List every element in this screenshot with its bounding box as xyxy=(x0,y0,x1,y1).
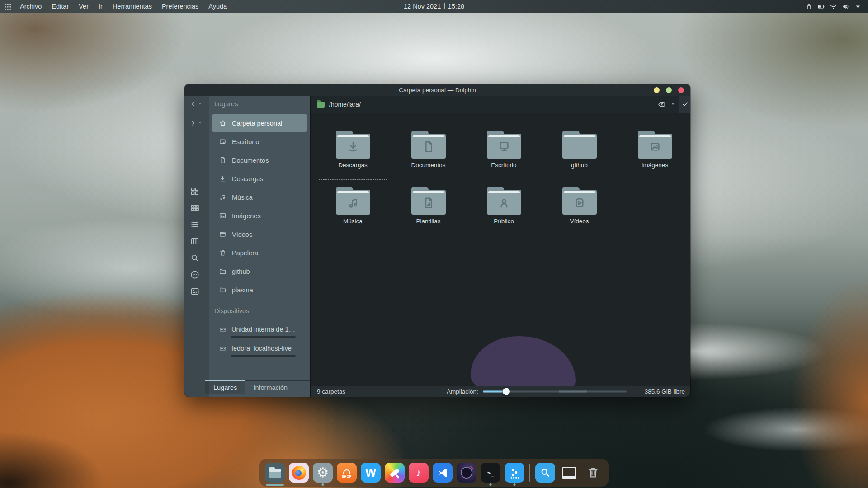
folder-item-imagenes[interactable]: Imágenes xyxy=(621,124,689,180)
dock-firefox[interactable] xyxy=(289,463,309,483)
sidebar-item-imagenes[interactable]: Imágenes xyxy=(212,206,307,225)
folder-item-github[interactable]: github xyxy=(545,124,614,180)
window-titlebar[interactable]: Carpeta personal — Dolphin xyxy=(184,84,690,96)
sidebar-item-escritorio[interactable]: Escritorio xyxy=(212,132,307,151)
place-label: Papelera xyxy=(232,249,258,257)
dock-terminal[interactable]: >_ xyxy=(481,463,500,483)
home-icon xyxy=(219,119,226,127)
dock-music-player[interactable]: ♪ xyxy=(409,463,429,483)
dock-theme-tool[interactable] xyxy=(385,463,405,483)
main-panel: /home/lara/ DescargasDocumentosEscritori… xyxy=(310,96,690,397)
folder-item-musica[interactable]: Música xyxy=(319,180,387,236)
path-folder-icon xyxy=(317,102,325,108)
folder-icon xyxy=(638,131,672,159)
caret-down-icon xyxy=(198,102,202,106)
place-label: Escritorio xyxy=(232,138,259,145)
tab-lugares[interactable]: Lugares xyxy=(205,381,245,394)
folder-label: Imágenes xyxy=(640,161,670,169)
path-dropdown-icon[interactable] xyxy=(670,102,675,107)
battery-horizontal-icon[interactable] xyxy=(817,3,825,10)
wps-office-icon: W xyxy=(361,463,381,483)
path-bar[interactable]: /home/lara/ xyxy=(311,96,690,113)
folder-label: Escritorio xyxy=(489,161,518,169)
zoom-slider[interactable] xyxy=(483,390,627,392)
folder-item-descargas[interactable]: Descargas xyxy=(319,124,387,180)
sidebar-item-papelera[interactable]: Papelera xyxy=(212,244,307,262)
sidebar-item-documentos[interactable]: Documentos xyxy=(212,151,307,169)
dock-trash[interactable] xyxy=(583,463,603,483)
maximize-button[interactable] xyxy=(666,87,672,93)
caret-down-icon xyxy=(198,121,202,125)
vscode-icon xyxy=(433,463,453,483)
volume-icon[interactable] xyxy=(842,3,849,10)
menu-archivo[interactable]: Archivo xyxy=(15,3,47,10)
trash-icon xyxy=(583,463,603,483)
dock-camera[interactable] xyxy=(457,463,476,483)
menu-ir[interactable]: Ir xyxy=(94,3,108,10)
menu-ver[interactable]: Ver xyxy=(74,3,94,10)
view-split-icon[interactable] xyxy=(190,236,200,246)
app-store-icon: SHOP xyxy=(337,463,357,483)
zoom-slider-handle[interactable] xyxy=(503,388,510,395)
dock: ⚙SHOPW♪>_ xyxy=(259,459,609,487)
folder-item-documentos[interactable]: Documentos xyxy=(394,124,463,180)
sidebar-item-plasma[interactable]: plasma xyxy=(212,281,307,299)
sidebar-item-github[interactable]: github xyxy=(212,262,307,281)
dock-show-desktop[interactable] xyxy=(559,463,579,483)
dock-app-store[interactable]: SHOP xyxy=(337,463,357,483)
view-icons-icon[interactable] xyxy=(190,186,200,196)
menu-editar[interactable]: Editar xyxy=(47,3,74,10)
confirm-path-button[interactable] xyxy=(679,96,690,113)
forward-button[interactable] xyxy=(190,120,202,127)
sidebar-item-descargas[interactable]: Descargas xyxy=(212,169,307,188)
app-grid-icon[interactable] xyxy=(4,3,11,10)
preview-icon[interactable] xyxy=(190,286,200,296)
dock-launcher-dots[interactable] xyxy=(505,463,524,483)
tab-informacion[interactable]: Información xyxy=(245,381,296,394)
titlebar-buttons xyxy=(654,84,684,96)
system-settings-icon: ⚙ xyxy=(313,463,333,483)
dock-system-settings[interactable]: ⚙ xyxy=(313,463,333,483)
wifi-icon[interactable] xyxy=(830,3,837,10)
folder-item-plantillas[interactable]: Plantillas xyxy=(394,180,463,236)
sidebar-item-carpeta-personal[interactable]: Carpeta personal xyxy=(212,114,307,132)
view-toolbar xyxy=(190,186,203,296)
device-usage-bar xyxy=(231,336,296,338)
zoom-control: Ampliación: xyxy=(447,388,627,395)
menu-preferencias[interactable]: Preferencias xyxy=(157,3,203,10)
device-unidad-interna-de-1-[interactable]: Unidad interna de 1… xyxy=(212,320,306,339)
folder-label: Vídeos xyxy=(568,217,590,225)
minimize-button[interactable] xyxy=(654,87,660,93)
folder-item-publico[interactable]: Público xyxy=(470,180,538,236)
more-options-icon[interactable] xyxy=(190,270,200,280)
back-button[interactable] xyxy=(190,101,202,108)
view-compact-icon[interactable] xyxy=(190,203,200,213)
global-menu: ArchivoEditarVerIrHerramientasPreferenci… xyxy=(15,3,232,10)
sidebar-item-videos[interactable]: Vídeos xyxy=(212,225,307,244)
clock[interactable]: 12 Nov 2021 15:28 xyxy=(404,0,464,13)
view-details-icon[interactable] xyxy=(190,220,200,230)
menu-ayuda[interactable]: Ayuda xyxy=(203,3,232,10)
search-icon[interactable] xyxy=(190,253,200,263)
folder-item-videos[interactable]: Vídeos xyxy=(545,180,614,236)
running-indicator-dot xyxy=(490,483,492,486)
dock-wps-office[interactable]: W xyxy=(361,463,381,483)
path-actions xyxy=(657,96,690,113)
path-text: /home/lara/ xyxy=(329,101,361,108)
sidebar-item-musica[interactable]: Música xyxy=(212,188,307,206)
zoom-label: Ampliación: xyxy=(447,388,478,395)
folder-item-escritorio[interactable]: Escritorio xyxy=(470,124,538,180)
zoom-slider-tick xyxy=(559,390,587,392)
dock-search[interactable] xyxy=(535,463,555,483)
dock-vscode[interactable] xyxy=(433,463,453,483)
clear-path-icon[interactable] xyxy=(657,100,665,108)
caret-down-icon[interactable] xyxy=(854,3,862,10)
menu-herramientas[interactable]: Herramientas xyxy=(108,3,157,10)
close-button[interactable] xyxy=(678,87,684,93)
battery-vertical-icon[interactable] xyxy=(805,3,813,10)
window-body: Lugares Carpeta personalEscritorioDocume… xyxy=(184,96,690,397)
music-player-icon: ♪ xyxy=(409,463,429,483)
dock-file-manager[interactable] xyxy=(265,463,285,483)
folder-label: github xyxy=(569,161,590,169)
device-fedora-localhost-live[interactable]: fedora_localhost-live xyxy=(212,339,306,358)
